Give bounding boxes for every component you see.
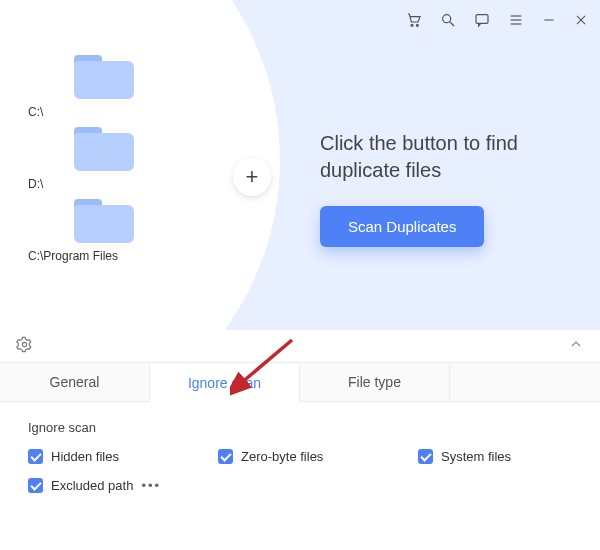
tab-general[interactable]: General — [0, 363, 150, 401]
svg-point-0 — [411, 24, 413, 26]
svg-rect-4 — [476, 15, 488, 24]
svg-point-11 — [22, 342, 26, 346]
checkbox-icon[interactable] — [418, 449, 433, 464]
gear-icon[interactable] — [16, 336, 33, 357]
option-system-files[interactable]: System files — [418, 449, 578, 464]
more-options-icon[interactable]: ••• — [141, 478, 161, 493]
checkbox-icon[interactable] — [28, 478, 43, 493]
scan-cta-panel: Click the button to find duplicate files… — [320, 130, 570, 247]
app-window: C:\ D:\ C:\Program Files + Click the but… — [0, 0, 600, 550]
search-icon[interactable] — [440, 12, 456, 28]
folder-label: C:\ — [28, 105, 228, 119]
svg-line-3 — [450, 22, 454, 26]
settings-bar — [0, 330, 600, 362]
option-zero-byte-files[interactable]: Zero-byte files — [218, 449, 418, 464]
close-icon[interactable] — [574, 13, 588, 27]
scan-folder-list: C:\ D:\ C:\Program Files — [28, 55, 228, 271]
scan-folder-item[interactable]: D:\ — [28, 127, 228, 191]
checkbox-label: System files — [441, 449, 511, 464]
option-excluded-path[interactable]: Excluded path ••• — [28, 478, 218, 493]
scan-folder-item[interactable]: C:\ — [28, 55, 228, 119]
folder-icon — [74, 199, 134, 243]
menu-icon[interactable] — [508, 12, 524, 28]
checkbox-label: Hidden files — [51, 449, 119, 464]
scan-heading: Click the button to find duplicate files — [320, 130, 570, 184]
minimize-icon[interactable] — [542, 13, 556, 27]
option-hidden-files[interactable]: Hidden files — [28, 449, 218, 464]
tab-ignore-scan[interactable]: Ignore scan — [150, 364, 300, 402]
plus-icon: + — [246, 164, 259, 190]
titlebar — [0, 0, 600, 40]
folder-icon — [74, 127, 134, 171]
checkbox-label: Excluded path — [51, 478, 133, 493]
ignore-options-grid: Hidden files Zero-byte files System file… — [28, 449, 572, 493]
scan-duplicates-button[interactable]: Scan Duplicates — [320, 206, 484, 247]
svg-point-2 — [443, 15, 451, 23]
ignore-scan-panel: Ignore scan Hidden files Zero-byte files… — [0, 402, 600, 550]
upper-panel: C:\ D:\ C:\Program Files + Click the but… — [0, 0, 600, 330]
checkbox-icon[interactable] — [218, 449, 233, 464]
cart-icon[interactable] — [406, 12, 422, 28]
checkbox-icon[interactable] — [28, 449, 43, 464]
chevron-up-icon[interactable] — [568, 336, 584, 356]
folder-icon — [74, 55, 134, 99]
settings-section-title: Ignore scan — [28, 420, 572, 435]
settings-tabs: General Ignore scan File type — [0, 362, 600, 402]
svg-point-1 — [416, 24, 418, 26]
add-folder-button[interactable]: + — [233, 158, 271, 196]
folder-label: C:\Program Files — [28, 249, 228, 263]
tab-file-type[interactable]: File type — [300, 363, 450, 401]
checkbox-label: Zero-byte files — [241, 449, 323, 464]
folder-label: D:\ — [28, 177, 228, 191]
feedback-icon[interactable] — [474, 12, 490, 28]
scan-folder-item[interactable]: C:\Program Files — [28, 199, 228, 263]
